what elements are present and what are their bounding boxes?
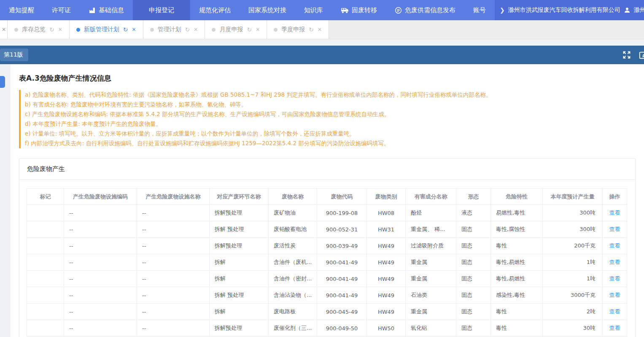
note-line-2: c) 产生危险废物设施名称和编码: 依据本标准第 5.4.2 部分填写的生产设施… (25, 109, 636, 119)
page-title: 表A.3危险废物产生情况信息 (19, 73, 636, 83)
nav-item-label: 申报登记 (149, 6, 174, 14)
view-link[interactable]: 查看 (609, 308, 620, 315)
table-cell: 拆解 (210, 254, 269, 271)
nav-item-6[interactable]: 知识库 (295, 0, 332, 20)
column-header: 产生危险废物设施名称 (137, 189, 210, 205)
table-row: ----拆解 预处理含油沾染物（...900-041-49HW49石油类固态感染… (27, 287, 627, 304)
table-cell: 拆解预处理 (210, 238, 269, 254)
nav-item-label: 通知提醒 (9, 6, 34, 14)
table-row: ----拆解预处理废矿物油900-199-08HW08酚烃液态易燃性,毒性300… (27, 205, 627, 221)
table-cell: -- (64, 287, 137, 304)
nav-item-7[interactable]: 固废转移 (332, 0, 386, 20)
tab-status-dot (150, 28, 154, 32)
table-cell: HW31 (367, 221, 406, 238)
table-cell: -- (137, 205, 210, 221)
user-name[interactable]: 滁州市洪... (634, 6, 644, 14)
view-link[interactable]: 查看 (609, 226, 620, 232)
table-cell: HW49 (367, 287, 406, 304)
edit-icon[interactable] (639, 50, 644, 60)
nav-item-4[interactable]: 规范化评估 (190, 0, 240, 20)
close-icon[interactable]: ✕ (2, 27, 6, 33)
table-cell: 拆解预处理 (210, 320, 269, 337)
view-link[interactable]: 查看 (609, 325, 620, 331)
column-header: 产生危险废物设施编码 (64, 189, 137, 205)
tab-partial[interactable]: ✕ (0, 20, 8, 39)
action-cell: 查看 (603, 304, 627, 320)
table-cell: 毒性 (491, 320, 543, 337)
fullscreen-icon[interactable] (622, 50, 631, 60)
table-cell: 拆解 预处理 (210, 221, 269, 238)
table-cell: 废活性炭 (269, 238, 317, 254)
view-link[interactable]: 查看 (609, 259, 620, 265)
view-link[interactable]: 查看 (609, 209, 620, 216)
refresh-icon[interactable]: ↻ (123, 26, 128, 33)
table-cell: 拆解 (210, 271, 269, 287)
tab-status-dot (274, 28, 278, 32)
table-cell: 固态 (456, 254, 491, 271)
refresh-icon[interactable]: ↻ (247, 26, 252, 33)
nav-item-5[interactable]: 国家系统对接 (240, 0, 295, 20)
close-icon[interactable]: ✕ (194, 27, 198, 33)
close-icon[interactable]: ✕ (132, 27, 136, 33)
tab-2[interactable]: 管理计划↻✕ (143, 20, 205, 39)
table-cell: -- (137, 304, 210, 320)
nav-item-8[interactable]: 危废供需信息发布 (386, 0, 464, 20)
view-link[interactable]: 查看 (609, 275, 620, 282)
nav-item-label: 危废供需信息发布 (405, 6, 455, 14)
table-header-row: 标记产生危险废物设施编码产生危险废物设施名称对应产废环节名称废物名称废物代码废物… (27, 189, 627, 205)
tab-label: 管理计划 (158, 26, 181, 33)
table-cell: 废电路板 (269, 304, 317, 320)
table-cell: -- (64, 320, 137, 337)
refresh-icon[interactable]: ↻ (185, 26, 190, 33)
table-row: ----拆解预处理废催化剂（三...900-049-50HW50氧化铝固态毒性3… (27, 320, 627, 337)
note-line-0: a) 危险废物名称、类别、代码和危险特性: 依据《国家危险废物名录》或根据 GB… (25, 90, 636, 100)
close-icon[interactable]: ✕ (256, 27, 260, 33)
column-header: 有害成分名称 (406, 189, 456, 205)
top-navigation: 通知提醒许可证基础信息申报登记规范化评估国家系统对接知识库固废转移危废供需信息发… (0, 0, 644, 20)
user-icon (624, 7, 631, 14)
close-icon[interactable]: ✕ (58, 27, 62, 33)
action-cell: 查看 (603, 254, 627, 271)
table-cell: 固态 (456, 320, 491, 337)
table-cell: 重金属 (406, 304, 456, 320)
nav-item-3[interactable]: 申报登记 (133, 0, 190, 20)
table-cell: 固态 (456, 221, 491, 238)
column-header: 形态 (456, 189, 491, 205)
nav-item-9[interactable]: 账号 (464, 0, 495, 20)
side-handle[interactable] (0, 76, 5, 88)
basic-info-icon (89, 7, 96, 14)
table-row: ----拆解含油件（废机...900-041-49HW49重金属固态毒性,易燃性… (27, 254, 627, 271)
refresh-icon[interactable]: ↻ (309, 26, 314, 33)
table-cell: HW08 (367, 205, 406, 221)
action-cell: 查看 (603, 205, 627, 221)
version-badge[interactable]: 第11版 (0, 49, 28, 61)
table-cell: 2吨 (543, 304, 603, 320)
table-cell: -- (64, 254, 137, 271)
nav-item-1[interactable]: 许可证 (43, 0, 80, 20)
table-cell: -- (137, 320, 210, 337)
view-link[interactable]: 查看 (609, 242, 620, 249)
close-icon[interactable]: ✕ (318, 27, 322, 33)
table-cell: HW49 (367, 238, 406, 254)
table-cell: 1吨 (543, 271, 603, 287)
table-cell: 毒性,易燃性 (491, 271, 543, 287)
tab-1[interactable]: 新版管理计划↻✕ (70, 20, 143, 39)
tab-0[interactable]: 库存总览↻✕ (8, 20, 70, 39)
nav-item-0[interactable]: 通知提醒 (0, 0, 43, 20)
table-cell: -- (64, 304, 137, 320)
nav-item-2[interactable]: 基础信息 (80, 0, 133, 20)
table-cell: 固态 (456, 238, 491, 254)
tab-3[interactable]: 月度申报↻✕ (205, 20, 267, 39)
tab-label: 月度申报 (219, 26, 243, 33)
chevron-right-icon[interactable]: ❯ (500, 7, 505, 14)
table-cell: 重金属 (406, 271, 456, 287)
note-line-4: e) 计量单位: 填写吨。以升、立方米等体积计量的，应折算成重量吨；以个数作为计… (25, 129, 636, 139)
tab-4[interactable]: 季度申报↻✕ (267, 20, 329, 39)
table-cell: -- (137, 271, 210, 287)
column-header: 本年度预计产生量 (543, 189, 603, 205)
column-header: 废物名称 (269, 189, 317, 205)
view-link[interactable]: 查看 (609, 292, 620, 298)
table-cell: 拆解 (210, 304, 269, 320)
table-cell: 300吨 (543, 205, 603, 221)
refresh-icon[interactable]: ↻ (49, 26, 54, 33)
